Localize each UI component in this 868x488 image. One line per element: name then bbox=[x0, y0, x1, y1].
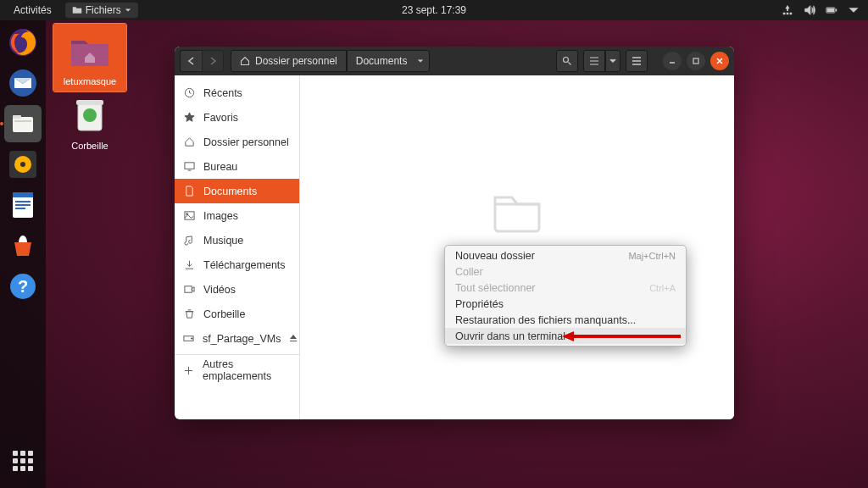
breadcrumb-home[interactable]: Dossier personnel bbox=[231, 50, 347, 72]
ctx-paste: Coller bbox=[445, 263, 686, 280]
dock-rhythmbox[interactable] bbox=[4, 146, 42, 183]
show-applications[interactable] bbox=[4, 442, 42, 480]
close-button[interactable] bbox=[710, 52, 729, 70]
dock: ? bbox=[0, 20, 46, 488]
sidebar-label: Autres emplacements bbox=[203, 358, 291, 382]
ctx-label: Ouvrir dans un terminal bbox=[455, 330, 565, 342]
sidebar-item-music[interactable]: Musique bbox=[175, 228, 299, 252]
sidebar-label: Téléchargements bbox=[203, 259, 286, 271]
sidebar-label: sf_Partage_VMs bbox=[203, 333, 281, 345]
titlebar[interactable]: Dossier personnel Documents bbox=[175, 47, 734, 75]
sidebar-item-shared[interactable]: sf_Partage_VMs bbox=[175, 326, 299, 351]
sidebar-item-other[interactable]: Autres emplacements bbox=[175, 354, 299, 382]
hamburger-menu[interactable] bbox=[626, 50, 648, 72]
chevron-down-icon bbox=[417, 58, 424, 64]
sidebar-label: Favoris bbox=[203, 112, 238, 124]
drive-icon bbox=[183, 333, 194, 344]
app-menu[interactable]: Fichiers bbox=[65, 3, 138, 18]
menu-icon bbox=[632, 56, 642, 66]
svg-point-28 bbox=[191, 338, 192, 339]
ctx-restore[interactable]: Restauration des fichiers manquants... bbox=[445, 312, 686, 328]
desktop-icon-label: Corbeille bbox=[53, 141, 126, 151]
sidebar-item-documents[interactable]: Documents bbox=[175, 179, 299, 203]
back-button[interactable] bbox=[180, 50, 202, 72]
battery-icon[interactable] bbox=[826, 4, 837, 16]
maximize-button[interactable] bbox=[687, 52, 705, 70]
svg-rect-15 bbox=[15, 208, 25, 209]
view-options-button[interactable] bbox=[605, 50, 620, 72]
download-icon bbox=[184, 259, 195, 270]
dock-thunderbird[interactable] bbox=[4, 64, 42, 102]
home-icon bbox=[240, 56, 250, 66]
ctx-open-terminal[interactable]: Ouvrir dans un terminal bbox=[445, 328, 686, 344]
sidebar-label: Images bbox=[203, 210, 238, 222]
trash-icon bbox=[184, 308, 195, 319]
svg-rect-21 bbox=[693, 58, 698, 64]
context-menu: Nouveau dossierMaj+Ctrl+N Coller Tout sé… bbox=[444, 245, 687, 347]
desktop-icon-home[interactable]: letuxmasque bbox=[53, 24, 126, 92]
chevron-down-icon[interactable] bbox=[848, 4, 860, 16]
document-icon bbox=[184, 186, 195, 197]
list-icon bbox=[589, 56, 599, 66]
sidebar-item-starred[interactable]: Favoris bbox=[175, 105, 299, 130]
sidebar-label: Vidéos bbox=[203, 284, 236, 296]
dock-firefox[interactable] bbox=[4, 24, 42, 61]
view-list-button[interactable] bbox=[583, 50, 605, 72]
sidebar-label: Dossier personnel bbox=[203, 136, 289, 148]
sidebar-item-desktop[interactable]: Bureau bbox=[175, 154, 299, 179]
ctx-select-all: Tout sélectionnerCtrl+A bbox=[445, 280, 686, 296]
ctx-shortcut: Maj+Ctrl+N bbox=[628, 251, 676, 261]
svg-rect-5 bbox=[13, 117, 33, 132]
sidebar-item-recent[interactable]: Récents bbox=[175, 80, 299, 105]
sidebar-item-trash[interactable]: Corbeille bbox=[175, 302, 299, 326]
top-panel: Activités Fichiers 23 sept. 17:39 bbox=[0, 0, 868, 20]
minimize-button[interactable] bbox=[663, 52, 682, 70]
folder-icon bbox=[72, 5, 82, 15]
breadcrumb: Dossier personnel Documents bbox=[231, 50, 430, 72]
ctx-label: Nouveau dossier bbox=[455, 250, 535, 262]
network-icon[interactable] bbox=[782, 4, 793, 16]
ctx-new-folder[interactable]: Nouveau dossierMaj+Ctrl+N bbox=[445, 247, 686, 263]
svg-point-10 bbox=[20, 162, 25, 167]
home-icon bbox=[184, 136, 195, 147]
folder-home-icon bbox=[70, 34, 110, 68]
image-icon bbox=[184, 210, 195, 221]
dock-software[interactable] bbox=[4, 227, 42, 264]
dock-writer[interactable] bbox=[4, 186, 42, 224]
clock[interactable]: 23 sept. 17:39 bbox=[402, 4, 466, 16]
sidebar-label: Corbeille bbox=[203, 308, 245, 320]
activities-button[interactable]: Activités bbox=[7, 3, 58, 18]
svg-rect-2 bbox=[836, 8, 837, 11]
svg-rect-13 bbox=[15, 201, 31, 202]
trash-icon bbox=[73, 97, 107, 134]
desktop-icon bbox=[184, 161, 195, 172]
breadcrumb-current[interactable]: Documents bbox=[347, 50, 431, 72]
clock-icon bbox=[184, 87, 195, 98]
svg-rect-6 bbox=[13, 115, 21, 119]
sidebar: Récents Favoris Dossier personnel Bureau… bbox=[175, 75, 300, 419]
sidebar-item-home[interactable]: Dossier personnel bbox=[175, 130, 299, 154]
volume-icon[interactable] bbox=[804, 4, 815, 16]
ctx-label: Coller bbox=[455, 266, 483, 278]
search-button[interactable] bbox=[556, 50, 578, 72]
desktop-icon-trash[interactable]: Corbeille bbox=[53, 90, 126, 151]
music-icon bbox=[184, 235, 195, 246]
svg-rect-23 bbox=[184, 163, 193, 169]
svg-text:?: ? bbox=[18, 277, 28, 296]
sidebar-item-downloads[interactable]: Téléchargements bbox=[175, 252, 299, 277]
breadcrumb-label: Dossier personnel bbox=[255, 55, 337, 67]
sidebar-item-videos[interactable]: Vidéos bbox=[175, 277, 299, 302]
video-icon bbox=[184, 284, 195, 295]
sidebar-item-pictures[interactable]: Images bbox=[175, 203, 299, 228]
dock-files[interactable] bbox=[4, 105, 42, 142]
dock-help[interactable]: ? bbox=[4, 268, 42, 305]
svg-rect-14 bbox=[15, 204, 31, 206]
eject-icon[interactable] bbox=[289, 334, 298, 342]
ctx-label: Propriétés bbox=[455, 298, 504, 310]
svg-rect-19 bbox=[76, 100, 103, 105]
forward-button[interactable] bbox=[202, 50, 224, 72]
ctx-properties[interactable]: Propriétés bbox=[445, 296, 686, 312]
annotation-arrow bbox=[562, 330, 681, 342]
breadcrumb-label: Documents bbox=[356, 55, 408, 67]
search-icon bbox=[562, 56, 572, 66]
